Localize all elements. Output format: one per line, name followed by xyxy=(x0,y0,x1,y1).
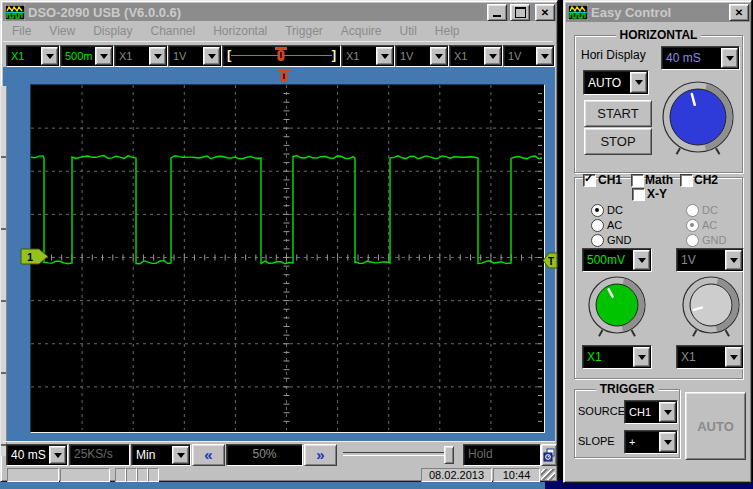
position-slider-thumb[interactable] xyxy=(444,446,454,464)
chevron-down-icon[interactable] xyxy=(49,446,66,464)
chevron-down-icon[interactable] xyxy=(430,47,447,65)
chevron-down-icon[interactable] xyxy=(149,47,166,65)
menu-acquire[interactable]: Acquire xyxy=(332,22,391,41)
channel1-marker-label: 1 xyxy=(27,251,33,263)
ch2-probe-combo[interactable]: X1 xyxy=(114,45,168,67)
main-titlebar[interactable]: DSO-2090 USB (V6.0.0.6) ✕ xyxy=(3,3,557,21)
trigger-position-marker-icon[interactable] xyxy=(277,69,291,83)
xy-checkbox-label: X-Y xyxy=(647,187,667,201)
stop-button[interactable]: STOP xyxy=(584,128,652,155)
extra-probe-combo-2[interactable]: X1 xyxy=(449,45,503,67)
close-icon[interactable]: ✕ xyxy=(535,4,555,21)
chevron-down-icon[interactable] xyxy=(659,402,676,422)
easy-control-title: Easy Control xyxy=(591,5,726,20)
chevron-down-icon[interactable] xyxy=(633,250,650,270)
menu-view[interactable]: View xyxy=(40,22,84,41)
chevron-down-icon[interactable] xyxy=(376,47,393,65)
trigger-auto-button[interactable]: AUTO xyxy=(685,392,746,460)
ch1-voltdiv-combo[interactable]: 500m xyxy=(60,45,114,67)
menu-trigger[interactable]: Trigger xyxy=(276,22,332,41)
chevron-down-icon[interactable] xyxy=(633,347,650,367)
ec-timebase-combo[interactable]: 40 mS xyxy=(661,46,740,70)
minimize-button[interactable] xyxy=(487,4,507,21)
menu-channel[interactable]: Channel xyxy=(142,22,205,41)
hpos-handle-icon[interactable] xyxy=(274,47,288,63)
position-percent-display: 50% xyxy=(226,444,303,466)
desktop: DSO-2090 USB (V6.0.0.6) ✕ File View Disp… xyxy=(0,0,753,489)
chevron-down-icon[interactable] xyxy=(536,47,553,65)
chevron-down-icon[interactable] xyxy=(725,250,742,270)
ch2-checkbox[interactable] xyxy=(680,174,693,187)
scroll-left-button[interactable]: « xyxy=(192,444,225,466)
ch1-probe-combo[interactable]: X1 xyxy=(6,45,60,67)
double-chevron-left-icon: « xyxy=(204,447,212,463)
xy-checkbox[interactable] xyxy=(632,188,645,201)
trigger-slope-combo[interactable]: + xyxy=(624,430,678,454)
extra-voltdiv-combo-1[interactable]: 1V xyxy=(395,45,449,67)
menu-bar: File View Display Channel Horizontal Tri… xyxy=(3,22,553,41)
ch1-probe-ec-combo[interactable]: X1 xyxy=(582,345,652,369)
scope-display-frame xyxy=(30,84,545,433)
ch2-gnd-radio[interactable] xyxy=(686,234,699,247)
channel1-level-marker[interactable]: 1 xyxy=(20,248,50,265)
scroll-right-button[interactable]: » xyxy=(304,444,337,466)
ch1-ac-radio[interactable] xyxy=(591,219,604,232)
ch1-checkbox-label: CH1 xyxy=(598,173,622,187)
easy-control-titlebar[interactable]: Easy Control ✕ xyxy=(566,3,751,22)
menu-util[interactable]: Util xyxy=(391,22,426,41)
chevron-down-icon[interactable] xyxy=(203,47,220,65)
status-cell-small-4 xyxy=(148,468,159,482)
chevron-down-icon[interactable] xyxy=(41,47,58,65)
menu-display[interactable]: Display xyxy=(84,22,141,41)
easy-control-window: Easy Control ✕ HORIZONTAL Hori Display 4… xyxy=(563,0,752,483)
menu-horizontal[interactable]: Horizontal xyxy=(204,22,276,41)
ch2-dc-radio[interactable] xyxy=(686,204,699,217)
extra-probe-combo-1[interactable]: X1 xyxy=(341,45,395,67)
extra-voltdiv-combo-2[interactable]: 1V xyxy=(503,45,555,67)
timebase-combo[interactable]: 40 mS xyxy=(6,444,68,466)
start-button[interactable]: START xyxy=(584,100,652,127)
ch2-probe-ec-combo[interactable]: X1 xyxy=(676,345,744,369)
chevron-down-icon[interactable] xyxy=(721,48,738,68)
trigger-group-legend: TRIGGER xyxy=(596,382,659,396)
hori-display-mode-combo[interactable]: AUTO xyxy=(583,70,649,95)
ch2-volt-knob[interactable] xyxy=(677,272,745,344)
hpos-slider[interactable]: [ ] xyxy=(222,45,341,67)
ch2-ac-radio[interactable] xyxy=(686,219,699,232)
chevron-down-icon[interactable] xyxy=(659,432,676,452)
ch1-volt-knob[interactable] xyxy=(583,272,651,344)
horizontal-knob[interactable] xyxy=(657,73,739,167)
status-date: 08.02.2013 xyxy=(421,468,492,482)
horizontal-group-legend: HORIZONTAL xyxy=(616,28,702,42)
math-checkbox-label: Math xyxy=(645,173,673,187)
position-slider[interactable] xyxy=(341,444,459,464)
chevron-down-icon[interactable] xyxy=(484,47,501,65)
app-logo-icon xyxy=(5,5,25,20)
trigger-source-combo[interactable]: CH1 xyxy=(624,400,678,424)
ch1-checkbox[interactable]: ✓ xyxy=(583,174,596,187)
check-icon: ✓ xyxy=(584,172,593,185)
chevron-down-icon[interactable] xyxy=(95,47,112,65)
ch2-voltdiv-combo[interactable]: 1V xyxy=(168,45,222,67)
panel-toggle-button[interactable] xyxy=(541,444,557,466)
chevron-down-icon[interactable] xyxy=(725,347,742,367)
chevron-down-icon[interactable] xyxy=(630,72,647,93)
ch1-dc-radio[interactable] xyxy=(591,204,604,217)
chevron-down-icon[interactable] xyxy=(172,446,189,464)
menu-help[interactable]: Help xyxy=(426,22,469,41)
close-icon[interactable]: ✕ xyxy=(729,4,749,21)
math-checkbox[interactable] xyxy=(631,174,644,187)
maximize-button[interactable] xyxy=(510,4,530,21)
trigger-level-marker[interactable]: T xyxy=(543,252,558,269)
ch1-voltdiv-ec-combo[interactable]: 500mV xyxy=(582,248,652,272)
ch1-gnd-radio[interactable] xyxy=(591,234,604,247)
ch2-ac-label: AC xyxy=(702,219,717,231)
position-slider-track xyxy=(343,452,453,456)
menu-file[interactable]: File xyxy=(3,22,40,41)
resize-grip[interactable] xyxy=(541,469,555,480)
ch2-voltdiv-ec-combo[interactable]: 1V xyxy=(676,248,744,272)
interpolation-combo[interactable]: Min xyxy=(131,444,191,466)
status-cell-2 xyxy=(60,468,110,482)
trigger-slope-label: SLOPE xyxy=(578,435,615,447)
ch1-dc-label: DC xyxy=(607,204,623,216)
